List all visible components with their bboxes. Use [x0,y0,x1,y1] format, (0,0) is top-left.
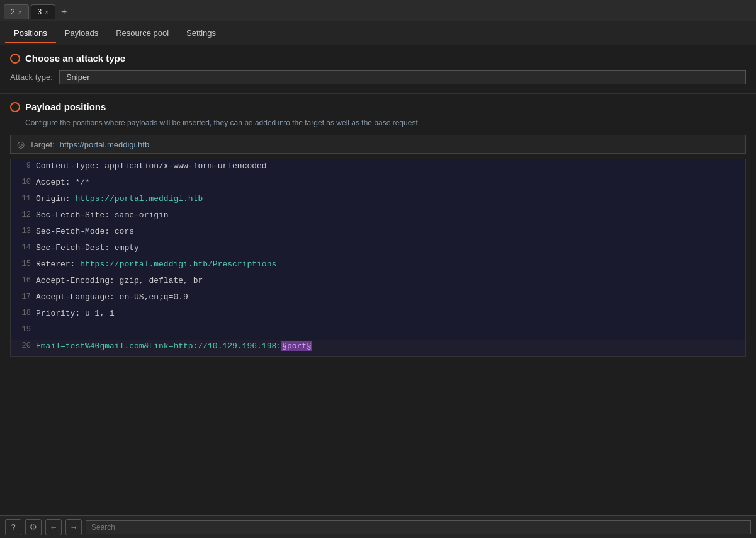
tab-resource-pool[interactable]: Resource pool [107,23,178,43]
target-row: ◎ Target: [10,135,746,154]
code-line-13: 13 Sec-Fetch-Mode: cors [11,225,745,241]
tab-positions[interactable]: Positions [5,23,56,43]
payload-positions-title: Payload positions [25,101,106,112]
attack-type-icon [10,54,20,64]
target-input[interactable] [60,140,739,149]
line-content-17: Accept-Language: en-US,en;q=0.9 [36,290,745,304]
search-input[interactable] [86,520,751,534]
code-line-15: 15 Referer: https://portal.meddigi.htb/P… [11,258,745,274]
line-content-12: Sec-Fetch-Site: same-origin [36,209,745,222]
code-line-11: 11 Origin: https://portal.meddigi.htb [11,192,745,209]
payload-positions-desc: Configure the positions where payloads w… [25,118,746,127]
payload-positions-icon [10,102,20,112]
tab-2[interactable]: 2 × [4,4,29,19]
code-line-10: 10 Accept: */* [11,176,745,192]
code-line-19: 19 [11,323,745,340]
line-num-12: 12 [11,209,36,221]
code-line-18: 18 Priority: u=1, i [11,307,745,323]
forward-icon: → [70,522,78,532]
add-tab-button[interactable]: + [57,6,71,18]
settings-button[interactable]: ⚙ [25,519,42,535]
code-area: 9 Content-Type: application/x-www-form-u… [10,159,746,357]
line-num-19: 19 [11,323,36,336]
line-num-9: 9 [11,159,36,172]
attack-type-input[interactable] [59,70,746,84]
line-num-14: 14 [11,241,36,254]
code-line-12: 12 Sec-Fetch-Site: same-origin [11,209,745,225]
nav-tabs: Positions Payloads Resource pool Setting… [0,21,756,45]
attack-type-row: Attack type: [10,70,746,84]
payload-positions-section: Payload positions Configure the position… [0,94,756,362]
line-content-15: Referer: https://portal.meddigi.htb/Pres… [36,258,745,271]
back-icon: ← [50,522,58,532]
help-icon: ? [11,522,15,532]
tab-2-label: 2 [11,8,15,16]
code-line-9: 9 Content-Type: application/x-www-form-u… [11,159,745,176]
highlighted-payload: §port§ [281,341,312,351]
line-num-18: 18 [11,307,36,319]
line-num-17: 17 [11,290,36,303]
line-num-15: 15 [11,258,36,270]
line-num-16: 16 [11,274,36,287]
line-content-9: Content-Type: application/x-www-form-url… [36,159,745,173]
line-content-16: Accept-Encoding: gzip, deflate, br [36,274,745,287]
line-content-18: Priority: u=1, i [36,307,745,320]
settings-icon: ⚙ [30,522,37,532]
attack-type-header: Choose an attack type [10,53,746,64]
help-button[interactable]: ? [5,519,21,535]
attack-type-title: Choose an attack type [25,53,125,64]
code-line-16: 16 Accept-Encoding: gzip, deflate, br [11,274,745,290]
line-num-11: 11 [11,192,36,205]
code-line-14: 14 Sec-Fetch-Dest: empty [11,241,745,258]
back-button[interactable]: ← [45,519,62,535]
target-icon: ◎ [17,139,25,149]
attack-type-section: Choose an attack type Attack type: [0,45,756,94]
line-content-14: Sec-Fetch-Dest: empty [36,241,745,255]
tab-3-label: 3 [38,8,42,16]
line-content-11: Origin: https://portal.meddigi.htb [36,192,745,205]
attack-type-label: Attack type: [10,72,53,82]
bottom-bar: ? ⚙ ← → [0,515,756,538]
target-label: Target: [30,140,55,149]
forward-button[interactable]: → [65,519,82,535]
line-num-10: 10 [11,176,36,188]
payload-positions-header: Payload positions [10,101,746,112]
line-content-10: Accept: */* [36,176,745,189]
line-num-20: 20 [11,340,36,352]
tab-2-close[interactable]: × [18,9,22,16]
line-num-13: 13 [11,225,36,238]
tab-bar: 2 × 3 × + [0,0,756,21]
tab-payloads[interactable]: Payloads [56,23,107,43]
line-content-19 [36,323,745,336]
code-line-17: 17 Accept-Language: en-US,en;q=0.9 [11,290,745,307]
tab-settings[interactable]: Settings [178,23,225,43]
line-content-13: Sec-Fetch-Mode: cors [36,225,745,238]
tab-3-close[interactable]: × [45,9,48,16]
code-line-20: 20 Email=test%40gmail.com&Link=http://10… [11,340,745,356]
line-content-20: Email=test%40gmail.com&Link=http://10.12… [36,340,745,353]
tab-3[interactable]: 3 × [31,4,56,19]
